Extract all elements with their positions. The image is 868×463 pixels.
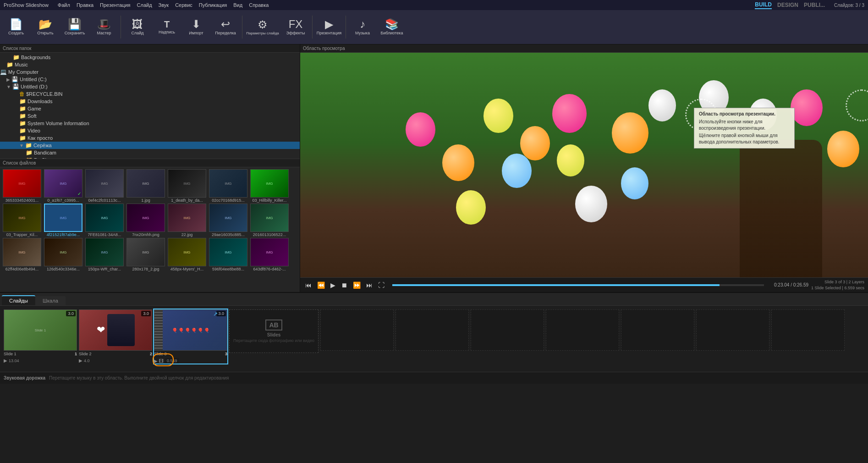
folder-icon: 📁	[6, 61, 13, 68]
slide-play-button[interactable]: ▶	[4, 358, 7, 363]
list-item[interactable]: IMG 458px-Myers'_H...	[167, 238, 207, 271]
tree-item-drive-d[interactable]: ▼ 💾 Untitled (D:)	[0, 83, 300, 90]
list-item[interactable]: IMG 29ae16035c885...	[208, 204, 248, 237]
empty-slot-5[interactable]	[621, 309, 694, 351]
tree-item-mycomputer[interactable]: 💻 My Computer	[0, 68, 300, 76]
list-item[interactable]: IMG 126d540c3346e...	[43, 238, 83, 271]
build-tab[interactable]: BUILD	[755, 1, 772, 9]
balloon	[406, 112, 435, 147]
create-button[interactable]: 📄 Создать	[2, 11, 30, 43]
slide-3-image: 🎈 🎈 🎈 🎈 🎈 🎈 3.0 ↗	[154, 309, 227, 351]
progress-bar[interactable]	[392, 284, 764, 286]
tree-item-proshow[interactable]: 📁 ProShow	[0, 156, 300, 159]
menu-help[interactable]: Справка	[249, 2, 269, 8]
caption-button[interactable]: T Надпись	[153, 11, 181, 43]
list-item[interactable]: IMG 7nx20mhh.png	[126, 204, 166, 237]
tree-item-drive-c[interactable]: ▶ 💾 Untitled (C:)	[0, 76, 300, 83]
publish-tab[interactable]: PUBLI...	[804, 2, 825, 8]
tree-item-sysvolinfo[interactable]: 📁 System Volume Information	[0, 120, 300, 127]
tree-item-backgrounds[interactable]: 📁 Backgrounds	[0, 54, 300, 61]
folder-icon: 📁	[26, 149, 33, 156]
slide-thumb-1[interactable]: Slide 1 3.0 Slide 1 1 ▶ 13.04	[4, 309, 77, 363]
heart-icon: ❤	[97, 324, 105, 336]
tree-item-soft[interactable]: 📁 Soft	[0, 112, 300, 120]
list-item[interactable]: IMG 02cc70168d915...	[208, 169, 248, 203]
play-button[interactable]: ▶	[329, 281, 337, 290]
tree-item-game[interactable]: 📁 Game	[0, 105, 300, 112]
list-item[interactable]: IMG 596f04ee8be88...	[208, 238, 248, 271]
file-name: 62ff4d06e8b494...	[2, 267, 42, 271]
menu-sound[interactable]: Звук	[159, 2, 169, 8]
menu-publish[interactable]: Публикация	[199, 2, 227, 8]
tree-item-music[interactable]: 📁 Music	[0, 61, 300, 68]
next-slide-button[interactable]: ⏩	[352, 281, 362, 290]
slide-play-button[interactable]: ▶	[154, 358, 158, 364]
master-button[interactable]: 🎩 Мастер	[90, 11, 118, 43]
audio-track[interactable]: Звуковая дорожка Перетащите музыку в эту…	[0, 372, 868, 384]
prev-slide-button[interactable]: ⏪	[316, 281, 326, 290]
slide-play-button[interactable]: ▶	[79, 358, 82, 363]
tree-item-downloads[interactable]: 📁 Downloads	[0, 98, 300, 105]
list-item[interactable]: IMG 280x178_2.jpg	[126, 238, 166, 271]
list-item[interactable]: IMG 1.jpg	[126, 169, 166, 203]
tree-item-kakprosto[interactable]: 📁 Как просто	[0, 134, 300, 142]
tree-item-seryozha[interactable]: ▼ 📁 Серёжа	[0, 142, 300, 149]
drive-icon: 💾	[11, 76, 18, 83]
menu-presentation[interactable]: Презентация	[100, 2, 130, 8]
menu-file[interactable]: Файл	[58, 2, 70, 8]
balloon	[575, 186, 607, 222]
redo-button[interactable]: ↩ Переделка	[211, 11, 240, 43]
preview-area[interactable]: Область просмотра презентации. Используй…	[300, 53, 868, 277]
empty-slot-6[interactable]	[696, 309, 769, 351]
stop-button[interactable]: ⏹	[340, 281, 349, 290]
list-item[interactable]: IMG 4f21521f87ab9e...	[43, 204, 83, 237]
list-item[interactable]: IMG 03_Hillbilly_Killer...	[249, 169, 290, 203]
menu-view[interactable]: Вид	[233, 2, 242, 8]
empty-slot-4[interactable]	[546, 309, 619, 351]
slide-thumb-3[interactable]: 🎈 🎈 🎈 🎈 🎈 🎈 3.0 ↗ Slide 3 3 ▶ 🎞	[154, 309, 227, 364]
empty-slot-1[interactable]	[320, 309, 394, 351]
menu-slide[interactable]: Слайд	[137, 2, 152, 8]
list-item[interactable]: IMG ✓ 0_a1f67_c3995...	[43, 169, 83, 203]
tree-item-video[interactable]: 📁 Video	[0, 127, 300, 134]
list-item[interactable]: IMG 7FE81081-34A8...	[84, 204, 125, 237]
menu-edit[interactable]: Правка	[77, 2, 93, 8]
music-button[interactable]: ♪ Музыка	[348, 11, 377, 43]
folder-icon: 📁	[13, 54, 20, 61]
list-item[interactable]: IMG 03_Trapper_Kil...	[2, 204, 42, 237]
list-item[interactable]: IMG 1_death_by_da...	[167, 169, 207, 203]
file-list: Список файлов IMG 3653334524001... IMG ✓…	[0, 159, 300, 292]
library-button[interactable]: 📚 Библиотека	[378, 11, 406, 43]
fullscreen-button[interactable]: ⛶	[377, 281, 386, 290]
empty-slot-7[interactable]	[771, 309, 845, 351]
empty-slot-2[interactable]	[396, 309, 469, 351]
tree-item-bandicam[interactable]: 📁 Bandicam	[0, 149, 300, 156]
slide-extra-button[interactable]: 🎞	[159, 358, 164, 364]
tree-item-recycle[interactable]: 🗑 $RECYCLE.BIN	[0, 90, 300, 98]
list-item[interactable]: IMG 3653334524001...	[2, 169, 42, 203]
folder-icon: 🗑	[19, 91, 25, 97]
slide-params-button[interactable]: ⚙ Параметры слайда	[245, 11, 280, 43]
tab-slides[interactable]: Слайды	[2, 295, 35, 305]
slides-drop-area[interactable]: AB Slides Перетащите сюда фотографию или…	[229, 309, 319, 353]
tab-scale[interactable]: Шкала	[35, 296, 66, 305]
slide-button[interactable]: 🖼 Слайд	[123, 11, 152, 43]
save-button[interactable]: 💾 Сохранить	[60, 11, 89, 43]
import-button[interactable]: ⬇ Импорт	[182, 11, 210, 43]
list-item[interactable]: IMG 22.jpg	[167, 204, 207, 237]
skip-to-end-button[interactable]: ⏭	[365, 281, 374, 290]
effects-button[interactable]: FX Эффекты	[281, 11, 310, 43]
slide-thumb-2[interactable]: ❤ 3.0 Slide 2 2 ▶ 4.0	[79, 309, 152, 363]
open-button[interactable]: 📂 Открыть	[31, 11, 60, 43]
skip-to-start-button[interactable]: ⏮	[304, 281, 313, 290]
list-item[interactable]: IMG 643df876-d462-...	[249, 238, 290, 271]
list-item[interactable]: IMG 0ef4c2fc01113c...	[84, 169, 125, 203]
list-item[interactable]: IMG 150px-WR_char...	[84, 238, 125, 271]
empty-slot-3[interactable]	[471, 309, 544, 351]
list-item[interactable]: IMG 2016013106522...	[249, 204, 290, 237]
presentation-button[interactable]: ▶ Презентация	[315, 11, 343, 43]
list-item[interactable]: IMG 62ff4d06e8b494...	[2, 238, 42, 271]
menu-service[interactable]: Сервис	[175, 2, 192, 8]
file-name: 1_death_by_da...	[167, 198, 207, 203]
design-tab[interactable]: DESIGN	[777, 2, 798, 8]
